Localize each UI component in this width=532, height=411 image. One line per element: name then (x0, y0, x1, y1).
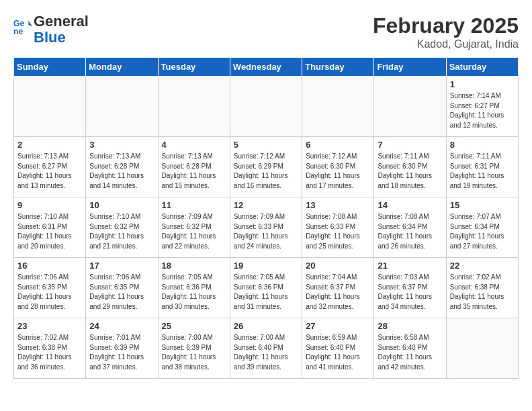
day-info: Sunrise: 7:02 AM Sunset: 6:38 PM Dayligh… (450, 273, 515, 312)
calendar-cell (302, 77, 374, 137)
title-block: February 2025 Kadod, Gujarat, India (373, 13, 519, 50)
calendar-cell (374, 77, 446, 137)
day-info: Sunrise: 7:07 AM Sunset: 6:34 PM Dayligh… (450, 212, 515, 251)
day-number: 10 (89, 200, 154, 210)
calendar-week-5: 23Sunrise: 7:02 AM Sunset: 6:38 PM Dayli… (14, 318, 519, 379)
day-number: 7 (378, 140, 442, 150)
calendar-cell: 6Sunrise: 7:12 AM Sunset: 6:30 PM Daylig… (302, 137, 374, 197)
calendar-subtitle: Kadod, Gujarat, India (373, 38, 519, 50)
day-number: 8 (450, 140, 515, 150)
calendar-cell: 19Sunrise: 7:05 AM Sunset: 6:36 PM Dayli… (230, 258, 302, 318)
calendar-week-1: 1Sunrise: 7:14 AM Sunset: 6:27 PM Daylig… (14, 77, 519, 137)
day-number: 6 (306, 140, 370, 150)
day-number: 28 (378, 321, 442, 331)
calendar-cell: 13Sunrise: 7:08 AM Sunset: 6:33 PM Dayli… (302, 197, 374, 258)
weekday-header-saturday: Saturday (446, 58, 518, 77)
weekday-header-thursday: Thursday (302, 58, 374, 77)
calendar-cell: 5Sunrise: 7:12 AM Sunset: 6:29 PM Daylig… (230, 137, 302, 197)
calendar-cell: 7Sunrise: 7:11 AM Sunset: 6:30 PM Daylig… (374, 137, 446, 197)
calendar-cell: 16Sunrise: 7:06 AM Sunset: 6:35 PM Dayli… (14, 258, 86, 318)
calendar-cell (446, 318, 518, 379)
logo-blue: Blue (34, 29, 66, 46)
calendar-cell: 28Sunrise: 6:58 AM Sunset: 6:40 PM Dayli… (374, 318, 446, 379)
day-info: Sunrise: 7:12 AM Sunset: 6:29 PM Dayligh… (234, 152, 298, 191)
day-number: 4 (162, 140, 226, 150)
day-info: Sunrise: 7:11 AM Sunset: 6:30 PM Dayligh… (378, 152, 442, 191)
day-number: 1 (450, 79, 515, 89)
day-number: 17 (89, 261, 154, 271)
calendar-cell: 4Sunrise: 7:13 AM Sunset: 6:28 PM Daylig… (158, 137, 230, 197)
calendar-cell: 11Sunrise: 7:09 AM Sunset: 6:32 PM Dayli… (158, 197, 230, 258)
day-info: Sunrise: 7:13 AM Sunset: 6:27 PM Dayligh… (17, 152, 82, 191)
day-number: 27 (306, 321, 370, 331)
day-info: Sunrise: 7:00 AM Sunset: 6:40 PM Dayligh… (234, 333, 298, 372)
day-info: Sunrise: 7:09 AM Sunset: 6:33 PM Dayligh… (234, 212, 298, 251)
calendar-cell: 24Sunrise: 7:01 AM Sunset: 6:39 PM Dayli… (86, 318, 158, 379)
day-info: Sunrise: 7:08 AM Sunset: 6:33 PM Dayligh… (306, 212, 370, 251)
weekday-header-friday: Friday (374, 58, 446, 77)
calendar-week-3: 9Sunrise: 7:10 AM Sunset: 6:31 PM Daylig… (14, 197, 519, 258)
logo: Ge ne General Blue (13, 13, 89, 46)
weekday-header-tuesday: Tuesday (158, 58, 230, 77)
weekday-header-monday: Monday (86, 58, 158, 77)
day-info: Sunrise: 7:13 AM Sunset: 6:28 PM Dayligh… (89, 152, 154, 191)
calendar-cell: 23Sunrise: 7:02 AM Sunset: 6:38 PM Dayli… (14, 318, 86, 379)
day-number: 26 (234, 321, 298, 331)
day-info: Sunrise: 7:13 AM Sunset: 6:28 PM Dayligh… (162, 152, 226, 191)
calendar-cell: 18Sunrise: 7:05 AM Sunset: 6:36 PM Dayli… (158, 258, 230, 318)
day-info: Sunrise: 7:12 AM Sunset: 6:30 PM Dayligh… (306, 152, 370, 191)
calendar-cell: 8Sunrise: 7:11 AM Sunset: 6:31 PM Daylig… (446, 137, 518, 197)
day-info: Sunrise: 7:01 AM Sunset: 6:39 PM Dayligh… (89, 333, 154, 372)
svg-text:ne: ne (13, 27, 23, 36)
day-info: Sunrise: 7:08 AM Sunset: 6:34 PM Dayligh… (378, 212, 442, 251)
weekday-header-wednesday: Wednesday (230, 58, 302, 77)
day-info: Sunrise: 7:04 AM Sunset: 6:37 PM Dayligh… (306, 273, 370, 312)
calendar-header-row: SundayMondayTuesdayWednesdayThursdayFrid… (14, 58, 519, 77)
calendar-cell: 3Sunrise: 7:13 AM Sunset: 6:28 PM Daylig… (86, 137, 158, 197)
day-number: 23 (17, 321, 82, 331)
calendar-cell: 15Sunrise: 7:07 AM Sunset: 6:34 PM Dayli… (446, 197, 518, 258)
day-number: 22 (450, 261, 515, 271)
day-info: Sunrise: 7:05 AM Sunset: 6:36 PM Dayligh… (162, 273, 226, 312)
calendar-cell: 25Sunrise: 7:00 AM Sunset: 6:39 PM Dayli… (158, 318, 230, 379)
day-number: 14 (378, 200, 442, 210)
weekday-header-sunday: Sunday (14, 58, 86, 77)
day-info: Sunrise: 7:10 AM Sunset: 6:31 PM Dayligh… (17, 212, 82, 251)
calendar-cell: 14Sunrise: 7:08 AM Sunset: 6:34 PM Dayli… (374, 197, 446, 258)
day-number: 18 (162, 261, 226, 271)
day-number: 9 (17, 200, 82, 210)
calendar-cell: 9Sunrise: 7:10 AM Sunset: 6:31 PM Daylig… (14, 197, 86, 258)
day-number: 19 (234, 261, 298, 271)
calendar-cell (158, 77, 230, 137)
calendar-cell: 22Sunrise: 7:02 AM Sunset: 6:38 PM Dayli… (446, 258, 518, 318)
page-header: Ge ne General Blue February 2025 Kadod, … (13, 13, 519, 50)
day-number: 11 (162, 200, 226, 210)
day-number: 3 (89, 140, 154, 150)
calendar-week-4: 16Sunrise: 7:06 AM Sunset: 6:35 PM Dayli… (14, 258, 519, 318)
day-number: 15 (450, 200, 515, 210)
logo-icon: Ge ne (13, 17, 32, 36)
day-number: 20 (306, 261, 370, 271)
svg-marker-2 (28, 21, 32, 26)
calendar-cell: 2Sunrise: 7:13 AM Sunset: 6:27 PM Daylig… (14, 137, 86, 197)
calendar-cell (14, 77, 86, 137)
calendar-cell: 17Sunrise: 7:06 AM Sunset: 6:35 PM Dayli… (86, 258, 158, 318)
day-number: 25 (162, 321, 226, 331)
day-info: Sunrise: 6:58 AM Sunset: 6:40 PM Dayligh… (378, 333, 442, 372)
day-info: Sunrise: 7:14 AM Sunset: 6:27 PM Dayligh… (450, 91, 515, 130)
day-info: Sunrise: 7:06 AM Sunset: 6:35 PM Dayligh… (17, 273, 82, 312)
calendar-cell: 12Sunrise: 7:09 AM Sunset: 6:33 PM Dayli… (230, 197, 302, 258)
day-number: 16 (17, 261, 82, 271)
day-number: 12 (234, 200, 298, 210)
day-info: Sunrise: 7:03 AM Sunset: 6:37 PM Dayligh… (378, 273, 442, 312)
day-info: Sunrise: 7:05 AM Sunset: 6:36 PM Dayligh… (234, 273, 298, 312)
calendar-week-2: 2Sunrise: 7:13 AM Sunset: 6:27 PM Daylig… (14, 137, 519, 197)
day-number: 5 (234, 140, 298, 150)
calendar-table: SundayMondayTuesdayWednesdayThursdayFrid… (13, 57, 519, 379)
day-info: Sunrise: 7:00 AM Sunset: 6:39 PM Dayligh… (162, 333, 226, 372)
calendar-cell: 20Sunrise: 7:04 AM Sunset: 6:37 PM Dayli… (302, 258, 374, 318)
day-info: Sunrise: 7:11 AM Sunset: 6:31 PM Dayligh… (450, 152, 515, 191)
day-number: 24 (89, 321, 154, 331)
calendar-title: February 2025 (373, 13, 519, 38)
day-info: Sunrise: 6:59 AM Sunset: 6:40 PM Dayligh… (306, 333, 370, 372)
